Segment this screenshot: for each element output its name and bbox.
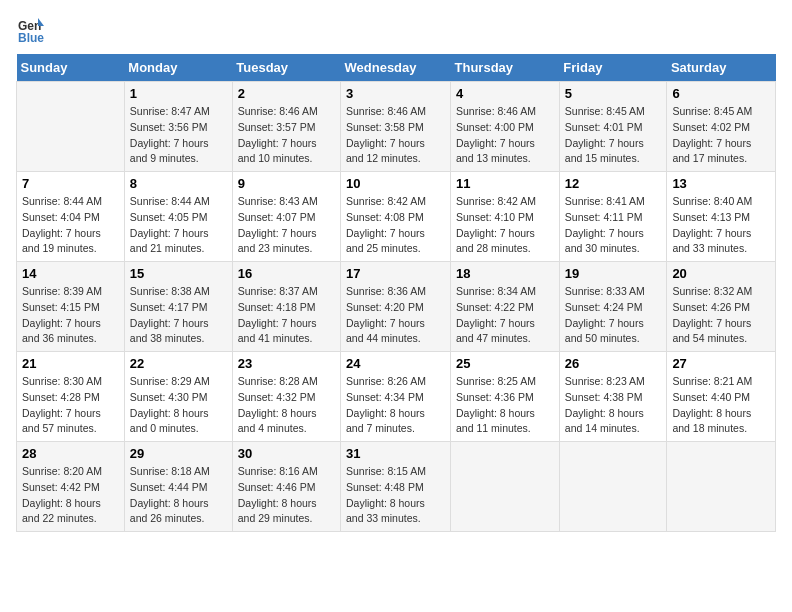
day-info: Sunrise: 8:29 AMSunset: 4:30 PMDaylight:… — [130, 374, 227, 437]
day-number: 2 — [238, 86, 335, 101]
day-number: 8 — [130, 176, 227, 191]
calendar-cell: 10Sunrise: 8:42 AMSunset: 4:08 PMDayligh… — [341, 172, 451, 262]
day-number: 12 — [565, 176, 662, 191]
day-info: Sunrise: 8:33 AMSunset: 4:24 PMDaylight:… — [565, 284, 662, 347]
day-number: 10 — [346, 176, 445, 191]
calendar-cell: 29Sunrise: 8:18 AMSunset: 4:44 PMDayligh… — [124, 442, 232, 532]
day-info: Sunrise: 8:18 AMSunset: 4:44 PMDaylight:… — [130, 464, 227, 527]
day-number: 29 — [130, 446, 227, 461]
day-info: Sunrise: 8:34 AMSunset: 4:22 PMDaylight:… — [456, 284, 554, 347]
calendar-cell: 1Sunrise: 8:47 AMSunset: 3:56 PMDaylight… — [124, 82, 232, 172]
day-info: Sunrise: 8:37 AMSunset: 4:18 PMDaylight:… — [238, 284, 335, 347]
logo-icon: Gen Blue — [16, 16, 44, 44]
calendar-cell: 3Sunrise: 8:46 AMSunset: 3:58 PMDaylight… — [341, 82, 451, 172]
day-number: 28 — [22, 446, 119, 461]
day-number: 31 — [346, 446, 445, 461]
calendar-cell: 20Sunrise: 8:32 AMSunset: 4:26 PMDayligh… — [667, 262, 776, 352]
calendar-cell: 13Sunrise: 8:40 AMSunset: 4:13 PMDayligh… — [667, 172, 776, 262]
day-info: Sunrise: 8:45 AMSunset: 4:02 PMDaylight:… — [672, 104, 770, 167]
calendar-cell: 23Sunrise: 8:28 AMSunset: 4:32 PMDayligh… — [232, 352, 340, 442]
calendar-cell: 28Sunrise: 8:20 AMSunset: 4:42 PMDayligh… — [17, 442, 125, 532]
calendar-cell: 6Sunrise: 8:45 AMSunset: 4:02 PMDaylight… — [667, 82, 776, 172]
day-number: 18 — [456, 266, 554, 281]
header-cell-tuesday: Tuesday — [232, 54, 340, 82]
calendar-cell: 24Sunrise: 8:26 AMSunset: 4:34 PMDayligh… — [341, 352, 451, 442]
calendar-cell: 2Sunrise: 8:46 AMSunset: 3:57 PMDaylight… — [232, 82, 340, 172]
calendar-cell: 14Sunrise: 8:39 AMSunset: 4:15 PMDayligh… — [17, 262, 125, 352]
day-info: Sunrise: 8:45 AMSunset: 4:01 PMDaylight:… — [565, 104, 662, 167]
calendar-cell: 8Sunrise: 8:44 AMSunset: 4:05 PMDaylight… — [124, 172, 232, 262]
calendar-cell: 4Sunrise: 8:46 AMSunset: 4:00 PMDaylight… — [451, 82, 560, 172]
day-info: Sunrise: 8:40 AMSunset: 4:13 PMDaylight:… — [672, 194, 770, 257]
day-info: Sunrise: 8:25 AMSunset: 4:36 PMDaylight:… — [456, 374, 554, 437]
day-number: 30 — [238, 446, 335, 461]
calendar-cell: 18Sunrise: 8:34 AMSunset: 4:22 PMDayligh… — [451, 262, 560, 352]
day-info: Sunrise: 8:15 AMSunset: 4:48 PMDaylight:… — [346, 464, 445, 527]
calendar-cell — [667, 442, 776, 532]
day-info: Sunrise: 8:26 AMSunset: 4:34 PMDaylight:… — [346, 374, 445, 437]
calendar-cell: 19Sunrise: 8:33 AMSunset: 4:24 PMDayligh… — [559, 262, 667, 352]
calendar-header-row: SundayMondayTuesdayWednesdayThursdayFrid… — [17, 54, 776, 82]
day-info: Sunrise: 8:23 AMSunset: 4:38 PMDaylight:… — [565, 374, 662, 437]
day-info: Sunrise: 8:42 AMSunset: 4:10 PMDaylight:… — [456, 194, 554, 257]
header-cell-thursday: Thursday — [451, 54, 560, 82]
calendar-table: SundayMondayTuesdayWednesdayThursdayFrid… — [16, 54, 776, 532]
day-number: 20 — [672, 266, 770, 281]
calendar-cell: 17Sunrise: 8:36 AMSunset: 4:20 PMDayligh… — [341, 262, 451, 352]
calendar-cell: 30Sunrise: 8:16 AMSunset: 4:46 PMDayligh… — [232, 442, 340, 532]
calendar-cell: 27Sunrise: 8:21 AMSunset: 4:40 PMDayligh… — [667, 352, 776, 442]
day-number: 14 — [22, 266, 119, 281]
svg-text:Blue: Blue — [18, 31, 44, 44]
day-info: Sunrise: 8:43 AMSunset: 4:07 PMDaylight:… — [238, 194, 335, 257]
day-info: Sunrise: 8:42 AMSunset: 4:08 PMDaylight:… — [346, 194, 445, 257]
calendar-cell: 12Sunrise: 8:41 AMSunset: 4:11 PMDayligh… — [559, 172, 667, 262]
day-number: 4 — [456, 86, 554, 101]
day-number: 15 — [130, 266, 227, 281]
calendar-cell — [559, 442, 667, 532]
day-number: 1 — [130, 86, 227, 101]
header: Gen Blue — [16, 16, 776, 44]
day-number: 13 — [672, 176, 770, 191]
calendar-cell: 25Sunrise: 8:25 AMSunset: 4:36 PMDayligh… — [451, 352, 560, 442]
day-number: 17 — [346, 266, 445, 281]
day-number: 22 — [130, 356, 227, 371]
calendar-cell — [17, 82, 125, 172]
calendar-week-2: 7Sunrise: 8:44 AMSunset: 4:04 PMDaylight… — [17, 172, 776, 262]
day-info: Sunrise: 8:36 AMSunset: 4:20 PMDaylight:… — [346, 284, 445, 347]
calendar-cell: 11Sunrise: 8:42 AMSunset: 4:10 PMDayligh… — [451, 172, 560, 262]
day-number: 11 — [456, 176, 554, 191]
day-info: Sunrise: 8:44 AMSunset: 4:05 PMDaylight:… — [130, 194, 227, 257]
day-info: Sunrise: 8:46 AMSunset: 4:00 PMDaylight:… — [456, 104, 554, 167]
day-number: 19 — [565, 266, 662, 281]
day-number: 7 — [22, 176, 119, 191]
day-number: 24 — [346, 356, 445, 371]
day-info: Sunrise: 8:21 AMSunset: 4:40 PMDaylight:… — [672, 374, 770, 437]
logo: Gen Blue — [16, 16, 48, 44]
calendar-cell — [451, 442, 560, 532]
day-number: 16 — [238, 266, 335, 281]
day-info: Sunrise: 8:39 AMSunset: 4:15 PMDaylight:… — [22, 284, 119, 347]
day-info: Sunrise: 8:41 AMSunset: 4:11 PMDaylight:… — [565, 194, 662, 257]
day-info: Sunrise: 8:44 AMSunset: 4:04 PMDaylight:… — [22, 194, 119, 257]
calendar-cell: 21Sunrise: 8:30 AMSunset: 4:28 PMDayligh… — [17, 352, 125, 442]
calendar-cell: 9Sunrise: 8:43 AMSunset: 4:07 PMDaylight… — [232, 172, 340, 262]
calendar-cell: 15Sunrise: 8:38 AMSunset: 4:17 PMDayligh… — [124, 262, 232, 352]
header-cell-friday: Friday — [559, 54, 667, 82]
day-number: 3 — [346, 86, 445, 101]
day-number: 25 — [456, 356, 554, 371]
day-info: Sunrise: 8:30 AMSunset: 4:28 PMDaylight:… — [22, 374, 119, 437]
calendar-week-5: 28Sunrise: 8:20 AMSunset: 4:42 PMDayligh… — [17, 442, 776, 532]
calendar-week-4: 21Sunrise: 8:30 AMSunset: 4:28 PMDayligh… — [17, 352, 776, 442]
day-info: Sunrise: 8:28 AMSunset: 4:32 PMDaylight:… — [238, 374, 335, 437]
calendar-cell: 16Sunrise: 8:37 AMSunset: 4:18 PMDayligh… — [232, 262, 340, 352]
header-cell-wednesday: Wednesday — [341, 54, 451, 82]
day-number: 5 — [565, 86, 662, 101]
calendar-week-1: 1Sunrise: 8:47 AMSunset: 3:56 PMDaylight… — [17, 82, 776, 172]
header-cell-saturday: Saturday — [667, 54, 776, 82]
day-info: Sunrise: 8:46 AMSunset: 3:57 PMDaylight:… — [238, 104, 335, 167]
calendar-week-3: 14Sunrise: 8:39 AMSunset: 4:15 PMDayligh… — [17, 262, 776, 352]
header-cell-monday: Monday — [124, 54, 232, 82]
day-info: Sunrise: 8:16 AMSunset: 4:46 PMDaylight:… — [238, 464, 335, 527]
day-number: 21 — [22, 356, 119, 371]
day-number: 23 — [238, 356, 335, 371]
